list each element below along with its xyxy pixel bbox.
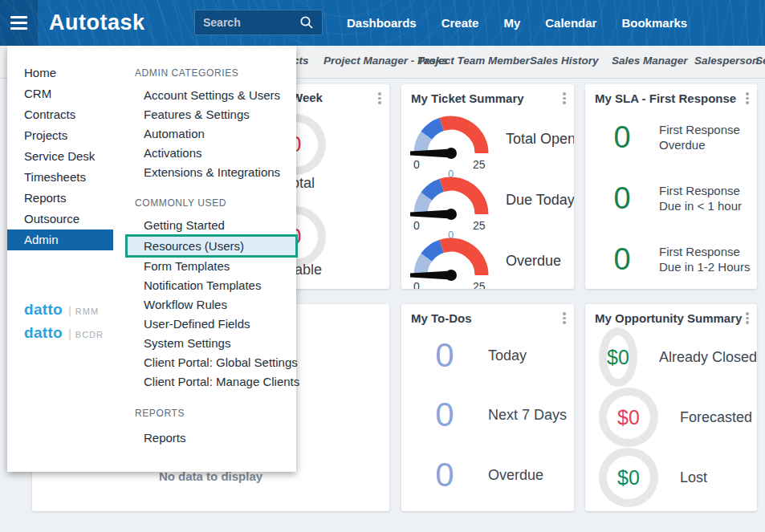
opportunity-donut: $0 xyxy=(599,448,658,507)
menu-item-reports-link[interactable]: Reports xyxy=(128,428,293,448)
menu-item-extensions-integrations[interactable]: Extensions & Integrations xyxy=(128,163,293,182)
opportunity-value: $0 xyxy=(617,466,640,489)
menu-item-resources-users-highlighted[interactable]: Resources (Users) xyxy=(125,234,298,258)
sla-row: 0 First Response Due in 1-2 Hours xyxy=(585,230,757,288)
search-input[interactable]: Search xyxy=(194,10,323,35)
kebab-menu-icon[interactable] xyxy=(746,312,749,324)
sla-value: 0 xyxy=(585,120,659,155)
gauge-max-label: 25 xyxy=(473,280,486,289)
menu-item-activations[interactable]: Activations xyxy=(128,144,293,163)
menu-item-client-portal-global-settings[interactable]: Client Portal: Global Settings xyxy=(128,353,293,372)
hamburger-menu-icon[interactable] xyxy=(0,0,38,46)
sla-row: 0 First Response Due in < 1 hour xyxy=(585,176,757,221)
menu-item-outsource[interactable]: Outsource xyxy=(7,209,120,229)
sla-value: 0 xyxy=(585,181,659,216)
search-placeholder: Search xyxy=(203,16,299,29)
widget-title: My Opportunity Summary (Th... xyxy=(595,311,743,325)
widget-title: My To-Dos xyxy=(411,311,472,325)
datto-separator: | xyxy=(68,327,71,340)
widget-title: My Ticket Summary xyxy=(411,91,524,105)
my-ticket-summary-card: My Ticket Summary 0 25 0 Total Open 0 25… xyxy=(401,84,574,289)
datto-brand-text: datto xyxy=(24,324,63,342)
section-header-reports: REPORTS xyxy=(128,408,293,419)
tab-salesperson[interactable]: Salesperson xyxy=(694,55,759,67)
menu-left-column: Home CRM Contracts Projects Service Desk… xyxy=(7,63,120,250)
menu-item-automation[interactable]: Automation xyxy=(128,124,293,144)
datto-separator: | xyxy=(68,303,71,317)
nav-bookmarks[interactable]: Bookmarks xyxy=(621,16,687,30)
gauge-row-label: Total Open xyxy=(506,131,574,148)
nav-dashboards[interactable]: Dashboards xyxy=(347,16,417,30)
datto-brand-text: datto xyxy=(24,301,63,319)
my-todos-card: My To-Dos 0 Today 0 Next 7 Days 0 Overdu… xyxy=(401,304,574,511)
datto-product-text: RMM xyxy=(75,304,99,316)
nav-my[interactable]: My xyxy=(503,16,520,30)
menu-item-getting-started[interactable]: Getting Started xyxy=(128,216,293,235)
main-menu-panel: Home CRM Contracts Projects Service Desk… xyxy=(7,46,296,472)
nav-create[interactable]: Create xyxy=(442,16,479,30)
tab-sales-manager[interactable]: Sales Manager xyxy=(612,55,688,67)
datto-product-text: BCDR xyxy=(75,327,104,339)
todo-row: 0 Today xyxy=(401,335,574,376)
gauge-row-overdue: 0 25 0 Overdue xyxy=(401,229,574,289)
opportunity-label: Already Closed xyxy=(659,349,757,366)
menu-item-service-desk[interactable]: Service Desk xyxy=(7,146,120,167)
sla-label: First Response Overdue xyxy=(659,122,751,152)
tab-sales-history[interactable]: Sales History xyxy=(530,55,599,67)
top-navigation: Dashboards Create My Calendar Bookmarks xyxy=(347,0,687,46)
todo-label: Next 7 Days xyxy=(488,407,567,424)
gauge-row-label: Overdue xyxy=(506,253,561,270)
section-header-admin-categories: ADMIN CATEGORIES xyxy=(128,67,293,79)
kebab-menu-icon[interactable] xyxy=(563,92,566,104)
section-header-commonly-used: COMMONLY USED xyxy=(128,197,293,209)
menu-item-admin[interactable]: Admin xyxy=(7,229,113,250)
kebab-menu-icon[interactable] xyxy=(378,92,381,104)
menu-item-home[interactable]: Home xyxy=(7,63,120,83)
opportunity-row: $0 Lost xyxy=(585,448,757,507)
menu-item-contracts[interactable]: Contracts xyxy=(7,104,120,125)
my-sla-first-response-card: My SLA - First Response 0 First Response… xyxy=(585,84,757,289)
menu-item-form-templates[interactable]: Form Templates xyxy=(128,257,293,276)
opportunity-label: Forecasted xyxy=(680,409,752,426)
gauge-row-label: Due Today xyxy=(506,192,574,209)
menu-item-crm[interactable]: CRM xyxy=(7,83,120,104)
menu-item-system-settings[interactable]: System Settings xyxy=(128,334,293,353)
opportunity-row: $0 Already Closed xyxy=(585,327,757,387)
kebab-menu-icon[interactable] xyxy=(746,92,749,104)
menu-item-notification-templates[interactable]: Notification Templates xyxy=(128,276,293,295)
menu-item-projects[interactable]: Projects xyxy=(7,125,120,146)
top-bar: Autotask Search Dashboards Create My Cal… xyxy=(0,0,765,46)
widget-title: My SLA - First Response xyxy=(595,91,736,105)
tab-project-team-member[interactable]: Project Team Member xyxy=(417,55,530,67)
menu-item-timesheets[interactable]: Timesheets xyxy=(7,167,120,188)
tab-partial-right[interactable]: Se xyxy=(755,55,765,67)
opportunity-donut: $0 xyxy=(599,327,637,387)
datto-bcdr-logo[interactable]: datto | BCDR xyxy=(24,324,104,342)
search-icon[interactable] xyxy=(299,15,314,30)
menu-item-client-portal-manage-clients[interactable]: Client Portal: Manage Clients xyxy=(128,372,293,392)
sla-label: First Response Due in < 1 hour xyxy=(659,183,751,213)
sla-label: First Response Due in 1-2 Hours xyxy=(659,244,751,274)
opportunity-value: $0 xyxy=(617,406,640,429)
todo-row: 0 Next 7 Days xyxy=(401,394,574,436)
todo-row: 0 Overdue xyxy=(401,454,574,496)
menu-item-reports[interactable]: Reports xyxy=(7,188,120,209)
todo-value: 0 xyxy=(401,456,488,494)
menu-item-user-defined-fields[interactable]: User-Defined Fields xyxy=(128,315,293,334)
opportunity-row: $0 Forecasted xyxy=(585,388,757,447)
nav-calendar[interactable]: Calendar xyxy=(545,16,596,30)
my-opportunity-summary-card: My Opportunity Summary (Th... $0 Already… xyxy=(585,304,757,511)
menu-item-account-settings-users[interactable]: Account Settings & Users xyxy=(128,86,293,105)
todo-value: 0 xyxy=(401,336,488,375)
gauge-min-label: 0 xyxy=(413,280,420,289)
datto-rmm-logo[interactable]: datto | RMM xyxy=(24,301,99,319)
menu-item-workflow-rules[interactable]: Workflow Rules xyxy=(128,295,293,315)
todo-value: 0 xyxy=(401,396,488,434)
kebab-menu-icon[interactable] xyxy=(563,312,566,324)
menu-item-features-settings[interactable]: Features & Settings xyxy=(128,105,293,124)
sla-row: 0 First Response Overdue xyxy=(585,115,757,160)
gauge-chart: 0 25 0 xyxy=(405,229,498,289)
sla-value: 0 xyxy=(585,242,659,277)
autotask-logo: Autotask xyxy=(49,10,145,35)
todo-label: Today xyxy=(488,347,527,364)
